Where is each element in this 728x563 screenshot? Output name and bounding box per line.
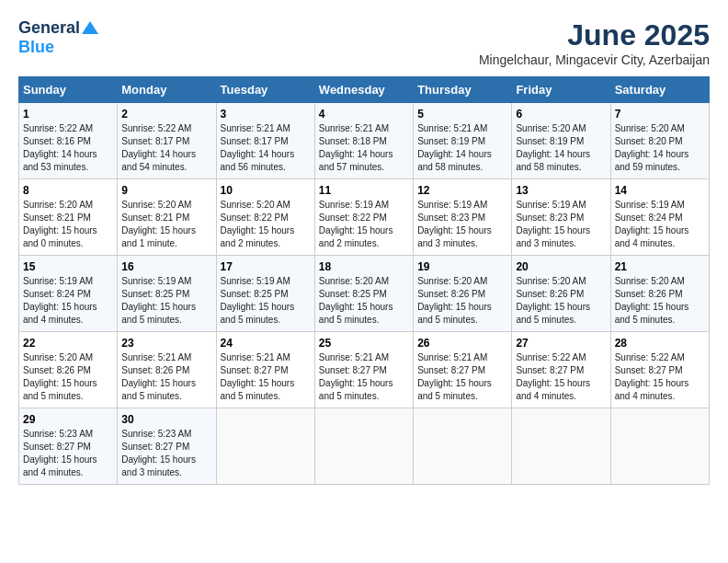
- day-info: Sunrise: 5:21 AM Sunset: 8:17 PM Dayligh…: [221, 122, 311, 174]
- calendar-cell: 29 Sunrise: 5:23 AM Sunset: 8:27 PM Dayl…: [19, 408, 118, 485]
- day-number: 4: [319, 108, 409, 121]
- weekday-tuesday: Tuesday: [216, 77, 314, 103]
- calendar-cell: 26 Sunrise: 5:21 AM Sunset: 8:27 PM Dayl…: [414, 332, 512, 408]
- day-number: 22: [23, 337, 113, 350]
- day-info: Sunrise: 5:23 AM Sunset: 8:27 PM Dayligh…: [121, 428, 211, 479]
- location: Mingelchaur, Mingacevir City, Azerbaijan: [479, 52, 710, 67]
- calendar-cell: 27 Sunrise: 5:22 AM Sunset: 8:27 PM Dayl…: [512, 332, 610, 408]
- calendar-cell: [512, 408, 610, 485]
- day-info: Sunrise: 5:20 AM Sunset: 8:22 PM Dayligh…: [221, 199, 311, 250]
- calendar-cell: 8 Sunrise: 5:20 AM Sunset: 8:21 PM Dayli…: [19, 179, 118, 256]
- day-info: Sunrise: 5:20 AM Sunset: 8:26 PM Dayligh…: [417, 275, 507, 327]
- day-info: Sunrise: 5:21 AM Sunset: 8:19 PM Dayligh…: [417, 122, 507, 174]
- day-number: 9: [121, 184, 211, 197]
- day-info: Sunrise: 5:19 AM Sunset: 8:22 PM Dayligh…: [319, 199, 409, 250]
- calendar-cell: 18 Sunrise: 5:20 AM Sunset: 8:25 PM Dayl…: [314, 256, 413, 332]
- logo-general-text: General: [18, 18, 80, 38]
- calendar-cell: 21 Sunrise: 5:20 AM Sunset: 8:26 PM Dayl…: [610, 256, 709, 332]
- day-info: Sunrise: 5:21 AM Sunset: 8:18 PM Dayligh…: [319, 122, 409, 174]
- weekday-saturday: Saturday: [610, 77, 709, 103]
- calendar-cell: 22 Sunrise: 5:20 AM Sunset: 8:26 PM Dayl…: [19, 332, 118, 408]
- day-number: 14: [615, 184, 705, 197]
- day-number: 3: [221, 108, 311, 121]
- day-info: Sunrise: 5:22 AM Sunset: 8:27 PM Dayligh…: [516, 351, 606, 403]
- day-number: 21: [615, 260, 705, 273]
- calendar-cell: 23 Sunrise: 5:21 AM Sunset: 8:26 PM Dayl…: [118, 332, 216, 408]
- weekday-friday: Friday: [512, 77, 610, 103]
- calendar-week-row: 15 Sunrise: 5:19 AM Sunset: 8:24 PM Dayl…: [19, 256, 710, 332]
- day-info: Sunrise: 5:21 AM Sunset: 8:26 PM Dayligh…: [121, 351, 211, 403]
- calendar-cell: 4 Sunrise: 5:21 AM Sunset: 8:18 PM Dayli…: [314, 103, 413, 179]
- calendar-week-row: 22 Sunrise: 5:20 AM Sunset: 8:26 PM Dayl…: [19, 332, 710, 408]
- day-number: 11: [319, 184, 409, 197]
- day-info: Sunrise: 5:20 AM Sunset: 8:26 PM Dayligh…: [615, 275, 705, 327]
- day-info: Sunrise: 5:20 AM Sunset: 8:25 PM Dayligh…: [319, 275, 409, 327]
- day-number: 18: [319, 260, 409, 273]
- day-info: Sunrise: 5:22 AM Sunset: 8:27 PM Dayligh…: [615, 351, 705, 403]
- calendar-cell: 7 Sunrise: 5:20 AM Sunset: 8:20 PM Dayli…: [610, 103, 709, 179]
- calendar-cell: 9 Sunrise: 5:20 AM Sunset: 8:21 PM Dayli…: [118, 179, 216, 256]
- calendar-cell: [414, 408, 512, 485]
- day-number: 8: [23, 184, 113, 197]
- day-number: 26: [417, 337, 507, 350]
- day-info: Sunrise: 5:22 AM Sunset: 8:17 PM Dayligh…: [121, 122, 211, 174]
- page-header: General Blue June 2025 Mingelchaur, Ming…: [18, 18, 710, 67]
- day-number: 23: [121, 337, 211, 350]
- day-number: 17: [221, 260, 311, 273]
- calendar-cell: 28 Sunrise: 5:22 AM Sunset: 8:27 PM Dayl…: [610, 332, 709, 408]
- day-info: Sunrise: 5:19 AM Sunset: 8:25 PM Dayligh…: [121, 275, 211, 327]
- day-info: Sunrise: 5:19 AM Sunset: 8:23 PM Dayligh…: [516, 199, 606, 250]
- day-info: Sunrise: 5:20 AM Sunset: 8:19 PM Dayligh…: [516, 122, 606, 174]
- day-number: 25: [319, 337, 409, 350]
- calendar-week-row: 29 Sunrise: 5:23 AM Sunset: 8:27 PM Dayl…: [19, 408, 710, 485]
- calendar-week-row: 1 Sunrise: 5:22 AM Sunset: 8:16 PM Dayli…: [19, 103, 710, 179]
- weekday-wednesday: Wednesday: [314, 77, 413, 103]
- calendar-cell: 10 Sunrise: 5:20 AM Sunset: 8:22 PM Dayl…: [216, 179, 314, 256]
- day-info: Sunrise: 5:19 AM Sunset: 8:23 PM Dayligh…: [417, 199, 507, 250]
- weekday-monday: Monday: [118, 77, 216, 103]
- day-number: 15: [23, 260, 113, 273]
- day-number: 29: [23, 413, 113, 426]
- day-number: 19: [417, 260, 507, 273]
- day-info: Sunrise: 5:21 AM Sunset: 8:27 PM Dayligh…: [221, 351, 311, 403]
- day-info: Sunrise: 5:19 AM Sunset: 8:24 PM Dayligh…: [23, 275, 113, 327]
- calendar-cell: 15 Sunrise: 5:19 AM Sunset: 8:24 PM Dayl…: [19, 256, 118, 332]
- day-number: 27: [516, 337, 606, 350]
- calendar-cell: [610, 408, 709, 485]
- calendar-cell: 19 Sunrise: 5:20 AM Sunset: 8:26 PM Dayl…: [414, 256, 512, 332]
- calendar-cell: 12 Sunrise: 5:19 AM Sunset: 8:23 PM Dayl…: [414, 179, 512, 256]
- day-number: 30: [121, 413, 211, 426]
- day-info: Sunrise: 5:21 AM Sunset: 8:27 PM Dayligh…: [319, 351, 409, 403]
- calendar-cell: [314, 408, 413, 485]
- logo: General Blue: [18, 18, 98, 57]
- logo-triangle-icon: [82, 19, 98, 36]
- calendar-cell: [216, 408, 314, 485]
- day-info: Sunrise: 5:21 AM Sunset: 8:27 PM Dayligh…: [417, 351, 507, 403]
- day-number: 6: [516, 108, 606, 121]
- day-info: Sunrise: 5:20 AM Sunset: 8:26 PM Dayligh…: [516, 275, 606, 327]
- day-number: 13: [516, 184, 606, 197]
- calendar-cell: 16 Sunrise: 5:19 AM Sunset: 8:25 PM Dayl…: [118, 256, 216, 332]
- calendar-cell: 6 Sunrise: 5:20 AM Sunset: 8:19 PM Dayli…: [512, 103, 610, 179]
- calendar-cell: 3 Sunrise: 5:21 AM Sunset: 8:17 PM Dayli…: [216, 103, 314, 179]
- calendar-cell: 24 Sunrise: 5:21 AM Sunset: 8:27 PM Dayl…: [216, 332, 314, 408]
- day-number: 1: [23, 108, 113, 121]
- day-number: 16: [121, 260, 211, 273]
- day-info: Sunrise: 5:23 AM Sunset: 8:27 PM Dayligh…: [23, 428, 113, 479]
- day-info: Sunrise: 5:20 AM Sunset: 8:20 PM Dayligh…: [615, 122, 705, 174]
- day-info: Sunrise: 5:19 AM Sunset: 8:24 PM Dayligh…: [615, 199, 705, 250]
- calendar-cell: 11 Sunrise: 5:19 AM Sunset: 8:22 PM Dayl…: [314, 179, 413, 256]
- day-info: Sunrise: 5:22 AM Sunset: 8:16 PM Dayligh…: [23, 122, 113, 174]
- day-number: 12: [417, 184, 507, 197]
- calendar-header: SundayMondayTuesdayWednesdayThursdayFrid…: [19, 77, 710, 103]
- calendar-cell: 1 Sunrise: 5:22 AM Sunset: 8:16 PM Dayli…: [19, 103, 118, 179]
- calendar-table: SundayMondayTuesdayWednesdayThursdayFrid…: [18, 76, 710, 485]
- calendar-cell: 17 Sunrise: 5:19 AM Sunset: 8:25 PM Dayl…: [216, 256, 314, 332]
- title-block: June 2025 Mingelchaur, Mingacevir City, …: [479, 18, 710, 67]
- calendar-cell: 5 Sunrise: 5:21 AM Sunset: 8:19 PM Dayli…: [414, 103, 512, 179]
- day-number: 5: [417, 108, 507, 121]
- day-number: 7: [615, 108, 705, 121]
- day-number: 28: [615, 337, 705, 350]
- weekday-sunday: Sunday: [19, 77, 118, 103]
- calendar-cell: 20 Sunrise: 5:20 AM Sunset: 8:26 PM Dayl…: [512, 256, 610, 332]
